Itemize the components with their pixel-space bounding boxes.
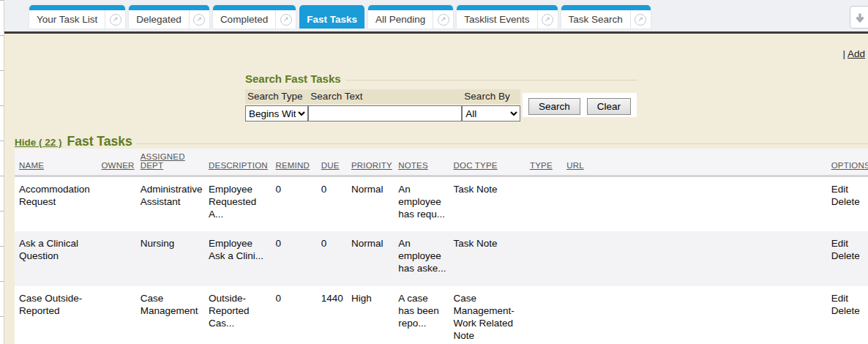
- tab-scroll-down-button[interactable]: [850, 6, 868, 29]
- tab-label: Tasklist Events: [457, 10, 536, 29]
- cell-name: Ask a Clinical Question: [15, 231, 97, 286]
- arrow-up-right-circle-icon: ↗: [280, 14, 292, 26]
- cell-remind: 0: [271, 286, 316, 344]
- tab-popout-button[interactable]: ↗: [433, 10, 453, 29]
- tab-label: Completed: [213, 10, 275, 29]
- cell-url: [562, 231, 827, 286]
- cell-description: Employee Ask a Clini...: [204, 231, 271, 286]
- tab-all-pending[interactable]: All Pending ↗: [368, 5, 453, 29]
- table-row: Ask a Clinical Question Nursing Employee…: [15, 231, 868, 286]
- search-by-label: Search By: [462, 89, 520, 104]
- cell-notes: An employee has requ...: [394, 176, 449, 231]
- column-header-doc-type[interactable]: DOC TYPE: [449, 149, 525, 176]
- search-buttons-box: Search Clear: [523, 93, 637, 117]
- column-header-description[interactable]: DESCRIPTION: [204, 149, 271, 176]
- column-header-due[interactable]: DUE: [317, 149, 347, 176]
- tab-popout-button[interactable]: ↗: [537, 10, 558, 29]
- tab-delegated[interactable]: Delegated ↗: [129, 5, 209, 29]
- cell-options: Edit Delete: [827, 176, 868, 231]
- search-type-label: Search Type: [245, 89, 308, 104]
- tab-tasklist-events[interactable]: Tasklist Events ↗: [457, 5, 557, 29]
- cell-doc-type: Case Management-Work Related Note: [449, 286, 525, 344]
- column-header-type[interactable]: TYPE: [525, 149, 562, 176]
- edit-link[interactable]: Edit: [831, 237, 865, 250]
- arrow-up-right-circle-icon: ↗: [635, 14, 646, 26]
- tab-completed[interactable]: Completed ↗: [213, 5, 296, 29]
- cell-name: Case Outside-Reported: [15, 286, 97, 344]
- column-header-url[interactable]: URL: [562, 149, 827, 176]
- cell-name: Accommodation Request: [15, 176, 97, 231]
- arrow-up-right-circle-icon: ↗: [193, 14, 205, 26]
- section-title: Fast Tasks: [67, 134, 132, 149]
- arrow-up-right-circle-icon: ↗: [438, 14, 449, 26]
- arrow-up-right-circle-icon: ↗: [542, 14, 553, 26]
- cell-priority: High: [347, 286, 394, 344]
- clear-button[interactable]: Clear: [587, 98, 631, 115]
- tab-task-search[interactable]: Task Search ↗: [561, 5, 651, 29]
- tab-popout-button[interactable]: ↗: [630, 10, 651, 29]
- cell-notes: An employee has aske...: [394, 231, 449, 286]
- cell-owner: [97, 286, 135, 344]
- cell-url: [562, 176, 827, 231]
- cell-options: Edit Delete: [827, 231, 868, 286]
- tab-label: Fast Tasks: [299, 10, 364, 29]
- edit-link[interactable]: Edit: [831, 292, 865, 304]
- tab-label: Your Task List: [29, 10, 105, 29]
- fieldset-border-line: [137, 143, 868, 144]
- tab-fast-tasks[interactable]: Fast Tasks: [299, 5, 364, 29]
- delete-link[interactable]: Delete: [831, 304, 865, 317]
- cell-due: 0: [317, 176, 347, 231]
- fast-tasks-table-container: NAME OWNER ASSIGNED DEPT DESCRIPTION REM…: [15, 149, 868, 344]
- cell-owner: [97, 231, 135, 286]
- search-fast-tasks-panel: Search Fast Tasks Search Type Begins Wit…: [245, 72, 637, 121]
- fieldset-border-line: [345, 80, 637, 81]
- table-row: Accommodation Request Administrative Ass…: [15, 176, 868, 231]
- left-resize-gutter[interactable]: [0, 0, 4, 344]
- column-header-notes[interactable]: NOTES: [394, 149, 449, 176]
- cell-type: [525, 286, 562, 344]
- tab-popout-button[interactable]: ↗: [275, 10, 296, 29]
- cell-priority: Normal: [347, 231, 394, 286]
- cell-due: 0: [317, 231, 347, 286]
- fast-tasks-section-header: Hide ( 22 ) Fast Tasks: [15, 134, 868, 149]
- column-header-name[interactable]: NAME: [15, 149, 97, 176]
- cell-description: Outside-Reported Cas...: [204, 286, 271, 344]
- table-header-row: NAME OWNER ASSIGNED DEPT DESCRIPTION REM…: [15, 149, 868, 176]
- cell-assigned-dept: Nursing: [136, 231, 204, 286]
- cell-doc-type: Task Note: [449, 176, 525, 231]
- column-header-owner[interactable]: OWNER: [97, 149, 135, 176]
- tab-label: Task Search: [561, 10, 630, 29]
- cell-remind: 0: [271, 231, 316, 286]
- delete-link[interactable]: Delete: [831, 195, 865, 208]
- cell-notes: A case has been repo...: [394, 286, 449, 344]
- column-header-remind[interactable]: REMIND: [271, 149, 316, 176]
- table-row: Case Outside-Reported Case Management Ou…: [15, 286, 868, 344]
- hide-count-link[interactable]: Hide ( 22 ): [15, 137, 62, 148]
- search-by-select[interactable]: All: [462, 105, 520, 121]
- cell-type: [525, 231, 562, 286]
- cell-priority: Normal: [347, 176, 394, 231]
- tab-label: Delegated: [129, 10, 189, 29]
- cell-assigned-dept: Administrative Assistant: [136, 176, 204, 231]
- tab-label: All Pending: [368, 10, 433, 29]
- add-link[interactable]: Add: [848, 48, 865, 59]
- tab-popout-button[interactable]: ↗: [105, 10, 125, 29]
- column-header-assigned-dept[interactable]: ASSIGNED DEPT: [136, 149, 204, 176]
- search-text-label: Search Text: [308, 89, 462, 104]
- search-panel-title: Search Fast Tasks: [245, 72, 345, 85]
- column-header-options[interactable]: OPTIONS: [827, 149, 868, 176]
- search-type-select[interactable]: Begins With: [245, 105, 308, 121]
- fast-tasks-table: NAME OWNER ASSIGNED DEPT DESCRIPTION REM…: [15, 149, 868, 344]
- tab-popout-button[interactable]: ↗: [189, 10, 209, 29]
- cell-options: Edit Delete: [827, 286, 868, 344]
- search-text-input[interactable]: [308, 105, 462, 121]
- cell-remind: 0: [271, 176, 316, 231]
- edit-link[interactable]: Edit: [831, 183, 865, 195]
- cell-assigned-dept: Case Management: [136, 286, 204, 344]
- cell-description: Employee Requested A...: [204, 176, 271, 231]
- tab-your-task-list[interactable]: Your Task List ↗: [29, 5, 125, 29]
- column-header-priority[interactable]: PRIORITY: [347, 149, 394, 176]
- add-row: | Add: [842, 48, 865, 59]
- search-button[interactable]: Search: [528, 98, 580, 115]
- delete-link[interactable]: Delete: [831, 250, 865, 262]
